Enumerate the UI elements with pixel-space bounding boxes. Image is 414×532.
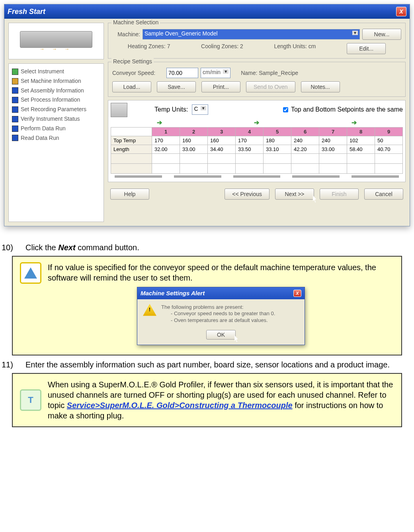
cell[interactable]: 58.40 [347,145,375,154]
arrow-icon: ➔ [254,119,259,126]
conveyor-speed-input[interactable] [166,68,198,78]
length-units-label: Length Units: cm [274,43,316,54]
cell[interactable]: 40.70 [375,145,403,154]
next-button[interactable]: Next >> [275,188,314,200]
note-box-tip: T When using a SuperM.O.L.E.® Gold Profi… [12,373,402,427]
cell[interactable]: 33.00 [180,145,208,154]
heating-zones-label: Heating Zones: 7 [128,43,170,54]
status-square-icon [12,87,18,94]
temp-units-label: Temp Units: [154,106,188,113]
note-box-info: If no value is specified for the conveyo… [12,256,402,355]
list-label: Set Machine Information [21,77,81,86]
cell[interactable]: 42.20 [291,145,319,154]
table-row: Top Temp 170 160 160 170 180 240 240 102… [111,136,403,145]
arrow-icon: ➔ [157,119,162,126]
list-item: Set Recording Parameters [12,105,100,114]
cell[interactable]: 34.40 [208,145,236,154]
step-11: 11)Enter the assembly information such a… [22,359,402,370]
status-square-icon [12,97,18,103]
cell[interactable]: 33.10 [264,145,291,154]
close-icon[interactable]: X [293,290,301,297]
machine-label: Machine: [112,31,140,37]
list-item: Select Instrument [12,67,100,77]
step-bold: Next [58,243,75,252]
cell[interactable]: 170 [236,136,264,145]
conveyor-arrows: ➔ ➔ ➔ [111,118,403,127]
status-square-icon [12,116,18,122]
list-label: Set Recording Parameters [21,105,86,114]
status-square-icon [12,78,18,84]
cell[interactable]: 180 [264,136,291,145]
group-label: Recipe Settings [111,58,154,65]
row-label: Top Temp [111,136,152,145]
cell[interactable]: 170 [152,136,180,145]
wizard-nav: Help << Previous Next >> Finish Cancel [108,185,406,203]
cell[interactable]: 160 [180,136,208,145]
ok-button[interactable]: OK [206,330,236,340]
save-button[interactable]: Save... [157,81,196,92]
machine-select[interactable]: Sample Oven_Generic Model [143,29,360,39]
cell[interactable]: 33.00 [319,145,347,154]
previous-button[interactable]: << Previous [225,188,269,200]
table-header-row: 1 2 3 4 5 6 7 8 9 [111,128,403,136]
temp-units-value: C [194,106,198,112]
zone-header: 9 [375,128,403,136]
cell[interactable]: 240 [291,136,319,145]
setpoints-checkbox-input[interactable] [283,107,288,112]
edit-button[interactable]: Edit... [347,43,386,54]
list-item: Set Machine Information [12,77,100,86]
alert-titlebar: Machine Settings Alert X [137,287,305,299]
help-button[interactable]: Help [110,188,149,200]
zone-header: 3 [208,128,236,136]
load-button[interactable]: Load... [112,81,151,92]
titlebar: Fresh Start X [4,4,410,19]
warning-icon: ! [143,304,156,316]
cell[interactable]: 240 [319,136,347,145]
cell[interactable]: 33.50 [236,145,264,154]
document-body: 10)Click the Next command button. If no … [0,230,414,446]
close-icon[interactable]: X [396,7,406,16]
list-label: Read Data Run [21,133,59,143]
table-row: Length 32.00 33.00 34.40 33.50 33.10 42.… [111,145,403,154]
row-label: Length [111,145,152,154]
recipe-name-label: Name: Sample_Recipe [241,70,298,76]
cell[interactable]: 50 [375,136,403,145]
zone-header: 7 [319,128,347,136]
zone-table: 1 2 3 4 5 6 7 8 9 Top Temp 170 160 [111,127,403,174]
step-number: 11) [12,359,25,370]
notes-button[interactable]: Notes... [301,81,340,92]
alert-dialog: Machine Settings Alert X ! The following… [137,287,305,345]
doc-link[interactable]: Service>SuperM.O.L.E. Gold>Constructing … [67,401,293,410]
info-icon [20,262,41,284]
setpoints-checkbox[interactable]: Top and Bottom Setpoints are the same [281,106,403,114]
list-label: Set Assembly Information [21,86,84,96]
new-button[interactable]: New... [362,29,401,40]
status-square-icon [12,135,18,141]
cell[interactable]: 32.00 [152,145,180,154]
step-number: 10) [12,242,25,253]
print-button[interactable]: Print... [201,81,240,92]
step-text: Click the [25,243,58,252]
list-item: Set Assembly Information [12,86,100,96]
status-square-icon [12,126,18,132]
group-label: Machine Selection [111,19,160,26]
list-item: Set Process Information [12,95,100,105]
list-item: Perform Data Run [12,124,100,133]
fresh-start-window: Fresh Start X Select Instrument Set Mach… [4,4,410,226]
blank-header [111,128,152,136]
list-label: Perform Data Run [21,124,66,133]
cancel-button[interactable]: Cancel [364,188,403,200]
recipe-settings-group: Recipe Settings Conveyor Speed: cm/min N… [108,62,406,97]
cooling-zones-label: Cooling Zones: 2 [201,43,243,54]
list-item: Read Data Run [12,133,100,143]
note-text: When using a SuperM.O.L.E.® Gold Profile… [48,379,394,421]
cell[interactable]: 102 [347,136,375,145]
arrow-icon: ➔ [352,119,357,126]
speed-units-select[interactable]: cm/min [201,68,230,78]
temp-units-select[interactable]: C [192,104,208,115]
cell[interactable]: 160 [208,136,236,145]
table-row [111,154,403,164]
status-square-icon [12,69,18,75]
zone-header: 1 [152,128,180,136]
list-label: Set Process Information [21,95,80,105]
